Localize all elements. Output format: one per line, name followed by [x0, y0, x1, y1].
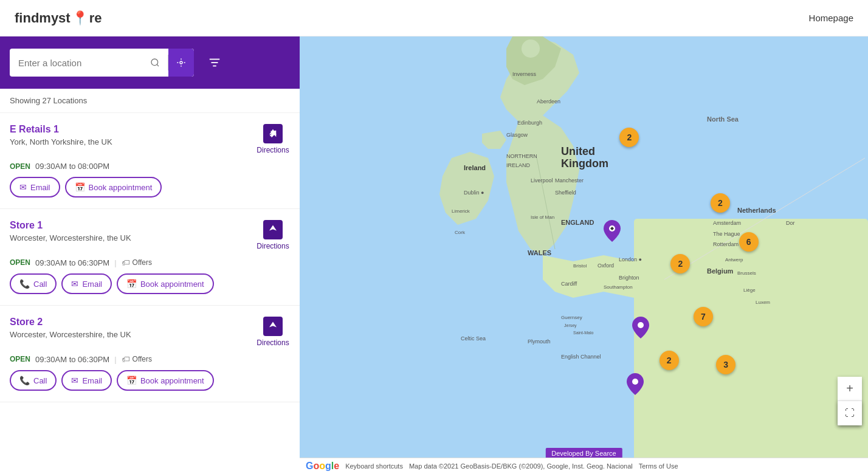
- cluster-count: 2: [678, 259, 683, 269]
- store-address: York, North Yorkshire, the UK: [10, 137, 112, 146]
- search-box: [10, 49, 194, 77]
- book-appointment-button[interactable]: 📅 Book appointment: [65, 177, 162, 197]
- svg-point-56: [638, 322, 644, 328]
- filter-icon: [208, 56, 221, 69]
- terms-label[interactable]: Terms of Use: [639, 462, 678, 470]
- open-badge: OPEN: [10, 355, 30, 363]
- store-info: Store 2 Worcester, Worcestershire, the U…: [10, 317, 131, 339]
- svg-text:Luxem: Luxem: [756, 300, 770, 305]
- directions-button[interactable]: Directions: [256, 124, 290, 154]
- svg-line-1: [157, 64, 159, 66]
- pin-icon: [604, 220, 621, 242]
- logo: findmyst 📍 re: [15, 10, 102, 26]
- store-status: OPEN 09:30AM to 06:30PM | 🏷 Offers: [10, 354, 290, 364]
- svg-text:Sheffield: Sheffield: [555, 190, 576, 196]
- cluster-marker[interactable]: 2: [619, 128, 639, 147]
- email-label: Email: [30, 183, 50, 192]
- directions-label: Directions: [257, 338, 289, 347]
- svg-text:Aberdeen: Aberdeen: [537, 98, 560, 105]
- email-label: Email: [82, 376, 102, 385]
- svg-text:Bristol: Bristol: [573, 263, 587, 269]
- svg-text:NORTHERN: NORTHERN: [506, 153, 537, 159]
- book-label: Book appointment: [140, 280, 204, 289]
- store-status: OPEN 09:30AM to 06:30PM | 🏷 Offers: [10, 258, 290, 267]
- svg-text:IRELAND: IRELAND: [506, 162, 531, 168]
- store-actions: 📞 Call ✉ Email 📅 Book appointment: [10, 370, 290, 391]
- homepage-link[interactable]: Homepage: [809, 13, 853, 23]
- svg-point-57: [632, 379, 638, 385]
- svg-text:Belgium: Belgium: [707, 267, 734, 275]
- offers-label: Offers: [133, 258, 152, 267]
- store-list[interactable]: E Retails 1 York, North Yorkshire, the U…: [0, 113, 300, 474]
- cluster-count: 2: [718, 198, 723, 208]
- google-logo: Google: [306, 461, 339, 472]
- call-button[interactable]: 📞 Call: [10, 273, 57, 294]
- svg-text:Isle of Man: Isle of Man: [531, 215, 554, 220]
- location-button[interactable]: [168, 49, 194, 77]
- svg-text:Brussels: Brussels: [737, 270, 756, 276]
- store-card-header: Store 2 Worcester, Worcestershire, the U…: [10, 317, 290, 347]
- call-label: Call: [33, 376, 47, 385]
- store-card: E Retails 1 York, North Yorkshire, the U…: [0, 113, 300, 209]
- svg-text:Dublin ●: Dublin ●: [464, 190, 484, 196]
- email-icon: ✉: [71, 376, 78, 385]
- cluster-marker[interactable]: 2: [670, 254, 690, 273]
- results-header: Showing 27 Locations: [0, 89, 300, 113]
- svg-text:Cardiff: Cardiff: [561, 281, 577, 287]
- zoom-in-button[interactable]: +: [838, 377, 862, 401]
- book-appointment-button[interactable]: 📅 Book appointment: [117, 273, 214, 294]
- svg-text:Antwerp: Antwerp: [725, 257, 743, 263]
- svg-marker-8: [269, 322, 277, 328]
- map-pin[interactable]: [632, 317, 649, 338]
- cluster-marker[interactable]: 7: [694, 307, 713, 326]
- cluster-marker[interactable]: 2: [711, 193, 730, 213]
- store-actions: ✉ Email 📅 Book appointment: [10, 177, 290, 197]
- cluster-marker[interactable]: 3: [716, 355, 735, 374]
- store-name[interactable]: E Retails 1: [10, 124, 112, 135]
- map-area[interactable]: Inverness Aberdeen Edinburgh Glasgow Ire…: [300, 36, 868, 474]
- search-input[interactable]: [10, 58, 142, 68]
- open-badge: OPEN: [10, 162, 30, 171]
- store-info: Store 1 Worcester, Worcestershire, the U…: [10, 220, 131, 242]
- search-button[interactable]: [142, 49, 168, 77]
- svg-text:Oxford: Oxford: [598, 263, 614, 269]
- separator: |: [114, 258, 116, 267]
- svg-text:Kingdom: Kingdom: [561, 157, 608, 170]
- offers-badge: 🏷 Offers: [122, 354, 152, 364]
- svg-text:North Sea: North Sea: [707, 115, 739, 123]
- keyboard-shortcuts[interactable]: Keyboard shortcuts: [345, 462, 403, 470]
- svg-text:Plymouth: Plymouth: [528, 338, 551, 345]
- logo-text-part1: findmyst: [15, 10, 71, 26]
- svg-text:Guernsey: Guernsey: [561, 315, 582, 320]
- tag-icon: 🏷: [122, 354, 130, 364]
- directions-label: Directions: [257, 146, 289, 154]
- calendar-icon: 📅: [126, 279, 137, 289]
- cluster-marker[interactable]: 6: [739, 232, 759, 252]
- store-name[interactable]: Store 2: [10, 317, 131, 328]
- email-button[interactable]: ✉ Email: [61, 273, 112, 294]
- book-label: Book appointment: [140, 376, 204, 385]
- directions-button[interactable]: Directions: [256, 220, 290, 250]
- store-hours: 09:30AM to 06:30PM: [35, 258, 109, 267]
- book-appointment-button[interactable]: 📅 Book appointment: [117, 370, 214, 391]
- filter-button[interactable]: [204, 52, 226, 74]
- svg-text:Limerick: Limerick: [452, 208, 470, 214]
- email-button[interactable]: ✉ Email: [61, 370, 112, 391]
- directions-button[interactable]: Directions: [256, 317, 290, 347]
- calendar-icon: 📅: [75, 182, 85, 192]
- cluster-marker[interactable]: 2: [660, 351, 679, 370]
- map-pin[interactable]: [604, 220, 621, 242]
- svg-text:United: United: [561, 145, 595, 157]
- separator: |: [114, 355, 116, 364]
- email-button[interactable]: ✉ Email: [10, 177, 60, 197]
- cluster-count: 3: [723, 360, 728, 369]
- fullscreen-button[interactable]: ⛶: [838, 401, 862, 425]
- phone-icon: 📞: [19, 376, 30, 385]
- svg-text:Brighton: Brighton: [619, 275, 639, 281]
- svg-point-2: [180, 61, 182, 64]
- store-name[interactable]: Store 1: [10, 220, 131, 231]
- store-hours: 09:30AM to 06:30PM: [35, 355, 109, 364]
- call-button[interactable]: 📞 Call: [10, 370, 57, 391]
- map-pin[interactable]: [627, 373, 644, 395]
- search-area: [0, 36, 300, 89]
